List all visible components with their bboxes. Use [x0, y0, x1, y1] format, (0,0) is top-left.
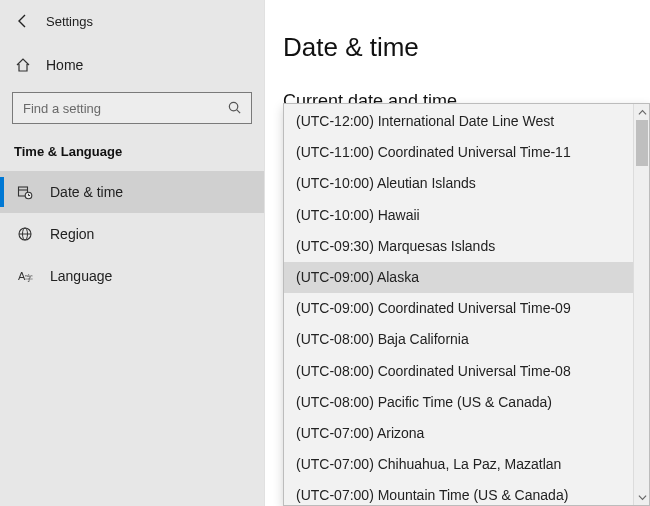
calendar-clock-icon: [16, 183, 34, 201]
sidebar-home-label: Home: [46, 57, 83, 73]
nav-item-region[interactable]: Region: [0, 213, 264, 255]
timezone-option[interactable]: (UTC-07:00) Chihuahua, La Paz, Mazatlan: [284, 449, 633, 480]
timezone-option[interactable]: (UTC-09:30) Marquesas Islands: [284, 231, 633, 262]
content-area: Date & time Current date and time (UTC-1…: [265, 0, 650, 506]
sidebar-home[interactable]: Home: [0, 48, 264, 82]
window-title: Settings: [46, 14, 93, 29]
timezone-option[interactable]: (UTC-12:00) International Date Line West: [284, 106, 633, 137]
timezone-option[interactable]: (UTC-08:00) Coordinated Universal Time-0…: [284, 356, 633, 387]
chevron-up-icon: [638, 108, 647, 117]
nav-item-label: Region: [50, 226, 94, 242]
svg-point-0: [229, 102, 237, 110]
scroll-up-button[interactable]: [634, 104, 650, 120]
settings-window: Settings Home Time & Language Date & tim…: [0, 0, 650, 506]
timezone-option[interactable]: (UTC-07:00) Mountain Time (US & Canada): [284, 480, 633, 505]
nav-item-language[interactable]: A字Language: [0, 255, 264, 297]
globe-icon: [16, 225, 34, 243]
timezone-option[interactable]: (UTC-10:00) Hawaii: [284, 200, 633, 231]
home-icon: [14, 56, 32, 74]
arrow-left-icon: [15, 13, 31, 29]
search-input[interactable]: [23, 101, 227, 116]
scrollbar-thumb[interactable]: [636, 120, 648, 166]
back-button[interactable]: [14, 12, 32, 30]
timezone-option[interactable]: (UTC-07:00) Arizona: [284, 418, 633, 449]
timezone-option[interactable]: (UTC-09:00) Alaska: [284, 262, 633, 293]
nav-item-date-time[interactable]: Date & time: [0, 171, 264, 213]
timezone-option[interactable]: (UTC-08:00) Pacific Time (US & Canada): [284, 387, 633, 418]
search-container: [0, 88, 264, 138]
timezone-dropdown[interactable]: (UTC-12:00) International Date Line West…: [283, 103, 650, 506]
a-letter-icon: A字: [16, 267, 34, 285]
timezone-option[interactable]: (UTC-09:00) Coordinated Universal Time-0…: [284, 293, 633, 324]
timezone-list: (UTC-12:00) International Date Line West…: [284, 104, 633, 505]
svg-line-1: [237, 110, 240, 113]
timezone-option[interactable]: (UTC-08:00) Baja California: [284, 324, 633, 355]
timezone-option[interactable]: (UTC-11:00) Coordinated Universal Time-1…: [284, 137, 633, 168]
search-icon: [227, 100, 243, 116]
scroll-down-button[interactable]: [634, 489, 650, 505]
scrollbar[interactable]: [633, 104, 649, 505]
page-title: Date & time: [283, 32, 650, 63]
sidebar-nav: Date & timeRegionA字Language: [0, 171, 264, 297]
nav-item-label: Language: [50, 268, 112, 284]
sidebar-section-title: Time & Language: [0, 138, 264, 171]
sidebar-header: Settings: [0, 12, 264, 48]
svg-text:字: 字: [25, 274, 33, 283]
nav-item-label: Date & time: [50, 184, 123, 200]
search-box[interactable]: [12, 92, 252, 124]
timezone-option[interactable]: (UTC-10:00) Aleutian Islands: [284, 168, 633, 199]
sidebar: Settings Home Time & Language Date & tim…: [0, 0, 265, 506]
chevron-down-icon: [638, 493, 647, 502]
